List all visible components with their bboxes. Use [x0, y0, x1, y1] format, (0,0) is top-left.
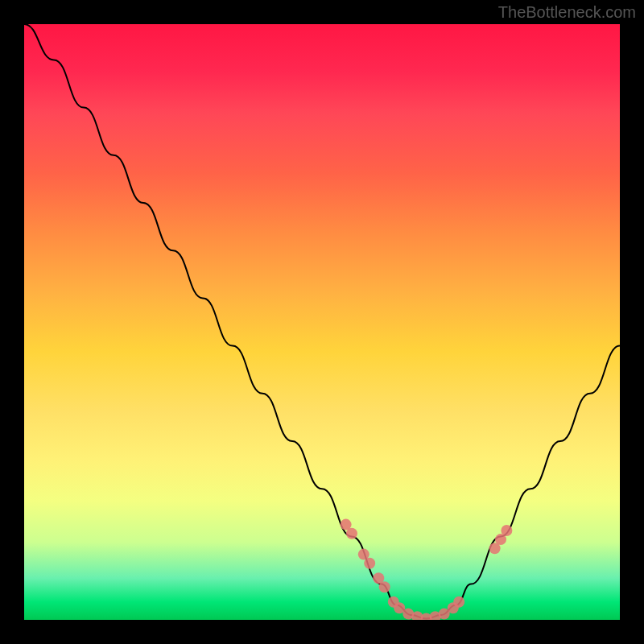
data-point	[453, 597, 464, 608]
chart-svg	[24, 24, 620, 620]
data-point	[501, 525, 512, 536]
data-points-group	[341, 519, 513, 620]
bottleneck-curve-line	[24, 24, 620, 619]
data-point	[364, 558, 375, 569]
chart-area	[24, 24, 620, 620]
data-point	[346, 528, 357, 539]
data-point	[379, 581, 390, 592]
watermark-text: TheBottleneck.com	[498, 3, 636, 22]
